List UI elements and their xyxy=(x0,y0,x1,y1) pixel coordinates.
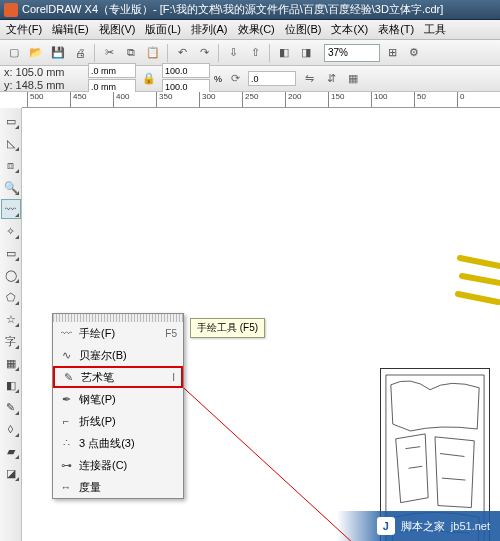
zoom-tool-icon[interactable]: 🔍 xyxy=(1,177,21,197)
menu-layout[interactable]: 版面(L) xyxy=(145,22,180,37)
title-bar: CorelDRAW X4（专业版）- [F:\我的文档\我的源文件作品\百度\百… xyxy=(0,0,500,20)
interactive-fill-icon[interactable]: ◪ xyxy=(1,463,21,483)
new-icon[interactable]: ▢ xyxy=(4,43,24,63)
curve3-icon: ∴ xyxy=(59,437,73,450)
pos-y: y: 148.5 mm xyxy=(4,79,84,91)
artistic-icon: ✎ xyxy=(61,371,75,384)
shape-tool-icon[interactable]: ◺ xyxy=(1,133,21,153)
connector-icon: ⊶ xyxy=(59,459,73,472)
yellow-streaks xyxy=(450,248,500,308)
ruler-tick: 100 xyxy=(371,92,387,108)
svg-line-4 xyxy=(458,294,498,302)
scale-x-field[interactable] xyxy=(162,63,210,78)
print-icon[interactable]: 🖨 xyxy=(70,43,90,63)
fill-tool-icon[interactable]: ▰ xyxy=(1,441,21,461)
basic-shapes-icon[interactable]: ☆ xyxy=(1,309,21,329)
svg-line-2 xyxy=(460,258,500,266)
menu-view[interactable]: 视图(V) xyxy=(99,22,136,37)
export-icon[interactable]: ⇧ xyxy=(245,43,265,63)
mirror-h-icon[interactable]: ⇋ xyxy=(300,70,318,88)
open-icon[interactable]: 📂 xyxy=(26,43,46,63)
interactive-tool-icon[interactable]: ◧ xyxy=(1,375,21,395)
separator xyxy=(269,44,270,62)
pick-tool-icon[interactable]: ▭ xyxy=(1,111,21,131)
flyout-label: 艺术笔 xyxy=(81,370,166,385)
ruler-tick: 250 xyxy=(242,92,258,108)
curve-flyout[interactable]: 〰手绘(F)F5 ∿贝塞尔(B) ✎艺术笔I ✒钢笔(P) ⌐折线(P) ∴3 … xyxy=(52,313,184,499)
eyedropper-icon[interactable]: ✎ xyxy=(1,397,21,417)
freehand-tool-icon[interactable]: 〰 xyxy=(1,199,21,219)
import-icon[interactable]: ⇩ xyxy=(223,43,243,63)
redo-icon[interactable]: ↷ xyxy=(194,43,214,63)
ruler-horizontal: 500 450 400 350 300 250 200 150 100 50 0 xyxy=(22,92,500,108)
menu-effects[interactable]: 效果(C) xyxy=(238,22,275,37)
misc-icon[interactable]: ▦ xyxy=(344,70,362,88)
flyout-item-3ptcurve[interactable]: ∴3 点曲线(3) xyxy=(53,432,183,454)
menu-table[interactable]: 表格(T) xyxy=(378,22,414,37)
flyout-label: 钢笔(P) xyxy=(79,392,177,407)
flyout-label: 贝塞尔(B) xyxy=(79,348,177,363)
flyout-label: 折线(P) xyxy=(79,414,177,429)
rotate-icon: ⟳ xyxy=(226,70,244,88)
position-readout: x: 105.0 mm y: 148.5 mm xyxy=(4,66,84,90)
save-icon[interactable]: 💾 xyxy=(48,43,68,63)
copy-icon[interactable]: ⧉ xyxy=(121,43,141,63)
standard-toolbar: ▢ 📂 💾 🖨 ✂ ⧉ 📋 ↶ ↷ ⇩ ⇧ ◧ ◨ ⊞ ⚙ xyxy=(0,40,500,66)
pos-x: x: 105.0 mm xyxy=(4,66,84,78)
polyline-icon: ⌐ xyxy=(59,415,73,427)
property-bar: x: 105.0 mm y: 148.5 mm 🔒 % ⟳ ⇋ ⇵ ▦ xyxy=(0,66,500,92)
undo-icon[interactable]: ↶ xyxy=(172,43,192,63)
outline-tool-icon[interactable]: ◊ xyxy=(1,419,21,439)
flyout-grip[interactable] xyxy=(53,314,183,322)
paste-icon[interactable]: 📋 xyxy=(143,43,163,63)
svg-line-3 xyxy=(462,276,500,284)
separator xyxy=(218,44,219,62)
flyout-label: 度量 xyxy=(79,480,177,495)
flyout-item-freehand[interactable]: 〰手绘(F)F5 xyxy=(53,322,183,344)
mirror-v-icon[interactable]: ⇵ xyxy=(322,70,340,88)
flyout-item-connector[interactable]: ⊶连接器(C) xyxy=(53,454,183,476)
menu-file[interactable]: 文件(F) xyxy=(6,22,42,37)
zoom-combo[interactable] xyxy=(324,44,380,62)
table-tool-icon[interactable]: ▦ xyxy=(1,353,21,373)
crop-tool-icon[interactable]: ⧈ xyxy=(1,155,21,175)
toolbox: ▭ ◺ ⧈ 🔍 〰 ✧ ▭ ◯ ⬠ ☆ 字 ▦ ◧ ✎ ◊ ▰ ◪ xyxy=(0,108,22,541)
smart-tool-icon[interactable]: ✧ xyxy=(1,221,21,241)
ellipse-tool-icon[interactable]: ◯ xyxy=(1,265,21,285)
flyout-item-polyline[interactable]: ⌐折线(P) xyxy=(53,410,183,432)
bezier-icon: ∿ xyxy=(59,349,73,362)
shortcut: F5 xyxy=(165,328,177,339)
separator xyxy=(94,44,95,62)
welcome-icon[interactable]: ◨ xyxy=(296,43,316,63)
menu-edit[interactable]: 编辑(E) xyxy=(52,22,89,37)
menu-bar[interactable]: 文件(F) 编辑(E) 视图(V) 版面(L) 排列(A) 效果(C) 位图(B… xyxy=(0,20,500,40)
shortcut: I xyxy=(172,372,175,383)
width-field[interactable] xyxy=(88,63,136,78)
canvas[interactable]: 〰手绘(F)F5 ∿贝塞尔(B) ✎艺术笔I ✒钢笔(P) ⌐折线(P) ∴3 … xyxy=(22,108,500,541)
snap-icon[interactable]: ⊞ xyxy=(382,43,402,63)
menu-bitmaps[interactable]: 位图(B) xyxy=(285,22,322,37)
ruler-tick: 50 xyxy=(414,92,426,108)
launch-icon[interactable]: ◧ xyxy=(274,43,294,63)
ruler-tick: 450 xyxy=(70,92,86,108)
polygon-tool-icon[interactable]: ⬠ xyxy=(1,287,21,307)
watermark-text: 脚本之家 xyxy=(401,519,445,534)
flyout-item-artistic[interactable]: ✎艺术笔I xyxy=(53,366,183,388)
angle-field[interactable] xyxy=(248,71,296,86)
flyout-label: 3 点曲线(3) xyxy=(79,436,177,451)
cut-icon[interactable]: ✂ xyxy=(99,43,119,63)
text-tool-icon[interactable]: 字 xyxy=(1,331,21,351)
options-icon[interactable]: ⚙ xyxy=(404,43,424,63)
rectangle-tool-icon[interactable]: ▭ xyxy=(1,243,21,263)
percent-label: % xyxy=(214,74,222,84)
lock-ratio-icon[interactable]: 🔒 xyxy=(140,70,158,88)
flyout-item-dimension[interactable]: ↔度量 xyxy=(53,476,183,498)
flyout-label: 手绘(F) xyxy=(79,326,159,341)
ruler-tick: 500 xyxy=(27,92,43,108)
ruler-tick: 400 xyxy=(113,92,129,108)
flyout-item-bezier[interactable]: ∿贝塞尔(B) xyxy=(53,344,183,366)
menu-text[interactable]: 文本(X) xyxy=(331,22,368,37)
flyout-item-pen[interactable]: ✒钢笔(P) xyxy=(53,388,183,410)
menu-arrange[interactable]: 排列(A) xyxy=(191,22,228,37)
menu-tools[interactable]: 工具 xyxy=(424,22,446,37)
